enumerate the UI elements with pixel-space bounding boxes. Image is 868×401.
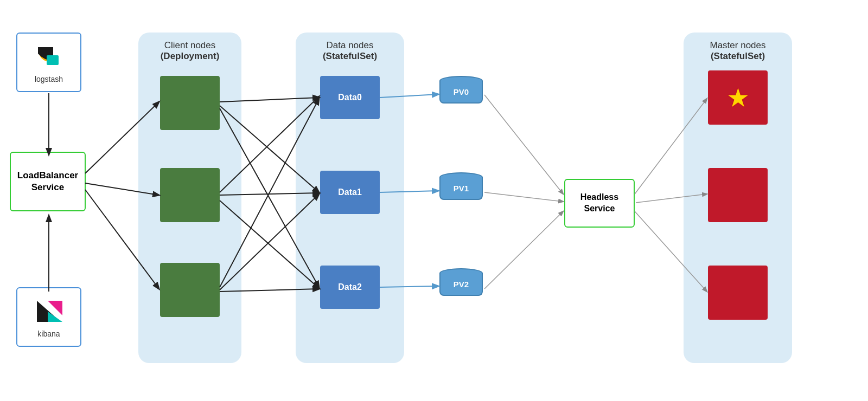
master-node-1: ★ bbox=[708, 70, 768, 125]
headless-line1: Headless bbox=[580, 192, 618, 202]
svg-line-19 bbox=[484, 211, 563, 289]
data-node-2: Data2 bbox=[320, 266, 380, 309]
data-node-1: Data1 bbox=[320, 171, 380, 214]
pv1-cylinder: PV1 bbox=[439, 172, 483, 210]
data-panel-title: Data nodes (StatefulSet) bbox=[296, 33, 404, 62]
lb-label-line1: LoadBalancer bbox=[17, 170, 78, 180]
svg-line-18 bbox=[484, 192, 563, 202]
master-node-2 bbox=[708, 168, 768, 222]
client-panel-title: Client nodes (Deployment) bbox=[138, 33, 241, 62]
pv2-body: PV2 bbox=[439, 273, 483, 296]
pv2-cylinder: PV2 bbox=[439, 268, 483, 306]
client-node-2 bbox=[160, 168, 220, 222]
master-panel-subtitle: (StatefulSet) bbox=[711, 51, 765, 61]
star-icon: ★ bbox=[726, 82, 750, 113]
headless-service-box: Headless Service bbox=[564, 179, 635, 228]
logstash-box: logstash bbox=[16, 33, 81, 92]
kibana-box: kibana bbox=[16, 287, 81, 347]
svg-line-17 bbox=[484, 95, 563, 194]
client-node-1 bbox=[160, 76, 220, 130]
master-node-3 bbox=[708, 266, 768, 320]
client-node-3 bbox=[160, 263, 220, 317]
kibana-label: kibana bbox=[37, 329, 60, 338]
lb-label-line2: Service bbox=[31, 182, 65, 192]
pv0-body: PV0 bbox=[439, 81, 483, 104]
data-panel-subtitle: (StatefulSet) bbox=[323, 51, 377, 61]
logstash-label: logstash bbox=[35, 75, 63, 83]
diagram-container: logstash LoadBalancer Service kibana Cli… bbox=[0, 0, 868, 401]
pv1-body: PV1 bbox=[439, 177, 483, 200]
data-node-0: Data0 bbox=[320, 76, 380, 119]
client-panel-subtitle: (Deployment) bbox=[161, 51, 220, 61]
kibana-icon bbox=[33, 296, 65, 326]
logstash-icon bbox=[33, 42, 65, 72]
svg-rect-24 bbox=[47, 55, 59, 65]
headless-line2: Service bbox=[584, 204, 615, 213]
loadbalancer-box: LoadBalancer Service bbox=[10, 152, 86, 211]
master-panel-title: Master nodes (StatefulSet) bbox=[684, 33, 792, 62]
pv0-cylinder: PV0 bbox=[439, 76, 483, 114]
